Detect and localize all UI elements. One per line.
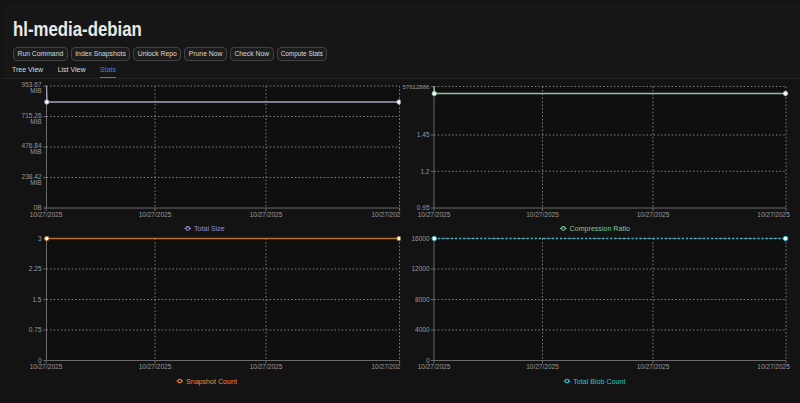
svg-text:4000: 4000 (415, 326, 430, 333)
svg-text:2.25: 2.25 (29, 265, 42, 272)
svg-text:0: 0 (38, 357, 42, 364)
svg-text:1.45: 1.45 (417, 131, 430, 138)
svg-text:MiB: MiB (30, 118, 41, 125)
svg-text:Total Size: Total Size (194, 225, 225, 233)
svg-text:10/27/2025: 10/27/2025 (418, 211, 451, 218)
svg-text:16000: 16000 (411, 235, 429, 242)
svg-text:10/27/2025: 10/27/2025 (139, 363, 172, 370)
svg-text:8000: 8000 (415, 296, 430, 303)
svg-text:10/27/2025: 10/27/2025 (250, 211, 283, 218)
svg-text:10/27/2025: 10/27/2025 (526, 363, 559, 370)
svg-text:MiB: MiB (30, 87, 41, 94)
svg-text:10/27/2025: 10/27/2025 (418, 363, 451, 370)
svg-text:0B: 0B (34, 204, 42, 211)
svg-text:10/27/2025, 10:3: 10/27/2025, 10:3 (757, 211, 800, 218)
svg-text:10/27/2025: 10/27/2025 (139, 211, 172, 218)
svg-text:MiB: MiB (30, 148, 41, 155)
svg-text:Snapshot Count: Snapshot Count (186, 378, 237, 386)
svg-text:10/27/2025: 10/27/2025 (30, 363, 63, 370)
svg-text:1.2: 1.2 (420, 168, 429, 175)
svg-text:Compression Ratio: Compression Ratio (570, 225, 630, 233)
svg-text:0.75: 0.75 (29, 326, 42, 333)
svg-text:3: 3 (38, 235, 42, 242)
svg-text:Total Blob Count: Total Blob Count (573, 378, 625, 386)
svg-text:10/27/2025, 10:3: 10/27/2025, 10:3 (372, 363, 421, 370)
svg-text:MiB: MiB (30, 179, 41, 186)
svg-text:10/27/2025: 10/27/2025 (637, 211, 670, 218)
svg-text:10/27/2025, 10:3: 10/27/2025, 10:3 (372, 211, 421, 218)
svg-text:10/27/2025: 10/27/2025 (526, 211, 559, 218)
svg-text:0.95: 0.95 (417, 204, 430, 211)
svg-text:12000: 12000 (411, 265, 429, 272)
svg-text:10/27/2025, 10:3: 10/27/2025, 10:3 (757, 363, 800, 370)
svg-text:1.5: 1.5 (32, 296, 41, 303)
svg-text:10/27/2025: 10/27/2025 (250, 363, 283, 370)
svg-text:57612886: 57612886 (402, 83, 430, 90)
svg-text:10/27/2025: 10/27/2025 (637, 363, 670, 370)
svg-text:10/27/2025: 10/27/2025 (30, 211, 63, 218)
svg-text:0: 0 (426, 357, 430, 364)
